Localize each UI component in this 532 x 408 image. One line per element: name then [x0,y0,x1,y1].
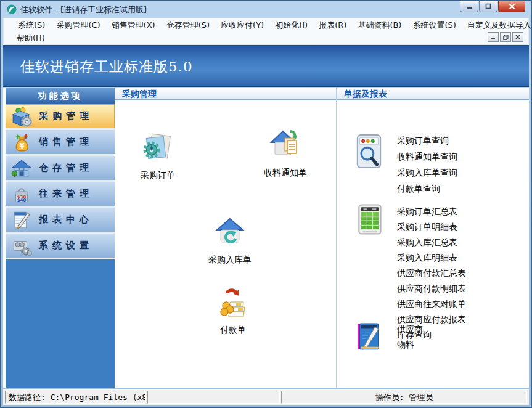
shortcut-purchase-order[interactable]: 采购订单 [126,131,190,181]
shortcut-payment[interactable]: 付款单 [201,285,265,336]
query-list: 采购订单查询 收料通知单查询 采购入库单查询 付款单查询 [397,133,457,197]
menu-help[interactable]: 帮助(H) [11,31,51,44]
green-report-table-icon[interactable] [358,204,383,236]
svg-text:$40: $40 [17,198,27,203]
menu-system[interactable]: 系统(S) [12,18,51,31]
maximize-restore-button[interactable] [479,1,497,12]
application-window: 佳软软件 - [进销存工业标准试用版] 系统(S) 采购管理(C) 销售管理(X… [0,0,532,408]
sidebar-item-warehouse[interactable]: 仓存管理 [6,156,115,182]
search-window-icon[interactable] [356,133,382,169]
list-item[interactable]: 供应商 [397,322,423,337]
mdi-minimize-button[interactable] [488,32,499,42]
menu-initialize[interactable]: 初始化(I) [269,18,313,31]
window-title: 佳软软件 - [进销存工业标准试用版] [20,4,147,15]
shortcut-purchase-inbound[interactable]: 采购入库单 [198,215,262,266]
list-item[interactable]: 采购订单查询 [397,133,457,149]
menu-purchase[interactable]: 采购管理(C) [51,18,105,31]
coins-banknotes-arrow-icon [217,285,249,317]
close-button[interactable] [498,1,525,12]
function-sidebar: 功能选项 采购管理 ¥ 销售管理 [6,88,115,388]
sidebar-header: 功能选项 [6,88,115,104]
sidebar-item-label: 报表中心 [39,214,93,226]
svg-text:¥: ¥ [19,141,24,150]
sidebar-item-label: 仓存管理 [39,162,93,174]
money-bag-icon: ¥ [11,132,32,153]
list-item[interactable]: 付款单查询 [397,181,457,197]
sidebar-item-sales[interactable]: ¥ 销售管理 [6,130,115,156]
app-banner-title: 佳软进销存工业标准版5.0 [20,57,193,76]
report-pen-icon [11,210,32,231]
right-section-header: 单据及报表 [337,88,529,100]
menu-base-data[interactable]: 基础资料(B) [352,18,407,31]
shortcut-receipt-notice[interactable]: 收料通知单 [253,128,317,179]
title-bar: 佳软软件 - [进销存工业标准试用版] [1,1,531,18]
list-item[interactable]: 物料 [397,337,423,353]
status-bar: 数据路径: C:\Program Files (x86 操作员: 管理员 [3,389,529,405]
minimize-button[interactable] [460,1,478,12]
list-item[interactable]: 供应商往来对账单 [397,296,466,312]
menu-bar: 系统(S) 采购管理(C) 销售管理(X) 仓存管理(S) 应收应付(Y) 初始… [3,18,529,45]
house-inbound-arrow-icon [214,215,246,247]
notebook-pen-icon[interactable] [357,322,380,352]
list-item[interactable]: 供应商付款汇总表 [397,266,466,281]
app-logo-icon [7,4,17,14]
shortcut-label: 采购入库单 [198,255,262,266]
mdi-close-button[interactable] [512,32,523,42]
menu-sales[interactable]: 销售管理(X) [106,18,161,31]
base-data-list: 供应商 物料 [397,322,423,353]
menu-warehouse[interactable]: 仓存管理(S) [161,18,215,31]
menu-reports[interactable]: 报表(R) [313,18,352,31]
main-panel: 采购管理 单据及报表 采购订单 [115,88,529,388]
app-banner: 佳软进销存工业标准版5.0 [3,45,529,87]
sidebar-item-system-settings[interactable]: 系统设置 [6,234,115,259]
mdi-restore-button[interactable] [500,32,511,42]
left-section-header: 采购管理 [115,88,336,100]
shortcut-label: 采购订单 [126,170,190,181]
sidebar-item-label: 销售管理 [39,136,93,148]
sidebar-item-report-center[interactable]: 报表中心 [6,208,115,234]
menu-custom-import-export[interactable]: 自定义及数据导入导出(H) [462,18,532,31]
order-document-gear-icon [142,131,174,163]
system-gears-icon [11,235,32,256]
sidebar-item-label: 采购管理 [39,110,93,122]
sidebar-item-purchase[interactable]: 采购管理 [6,104,115,130]
list-item[interactable]: 采购入库单查询 [397,165,457,181]
status-data-path: 数据路径: C:\Program Files (x86 [5,391,146,404]
status-operator: 操作员: 管理员 [281,391,527,404]
menu-receivable-payable[interactable]: 应收应付(Y) [215,18,269,31]
list-item[interactable]: 供应商付款明细表 [397,281,466,296]
section-divider [336,88,337,388]
list-item[interactable]: 收料通知单查询 [397,149,457,165]
list-item[interactable]: 采购订单汇总表 [397,204,466,219]
house-document-arrow-icon [269,128,301,160]
shopping-bag-icon: $30 $40 [11,184,32,205]
purchase-box-icon [11,106,32,127]
shortcut-label: 付款单 [201,325,265,336]
sidebar-item-label: 系统设置 [39,240,93,251]
status-empty-panel [147,391,280,404]
warehouse-icon [11,158,32,179]
sidebar-item-partners[interactable]: $30 $40 往来管理 [6,182,115,208]
list-item[interactable]: 采购订单明细表 [397,219,466,235]
menu-system-settings[interactable]: 系统设置(S) [407,18,461,31]
shortcut-label: 收料通知单 [253,168,317,179]
list-item[interactable]: 采购入库汇总表 [397,235,466,250]
sidebar-item-label: 往来管理 [39,188,93,200]
list-item[interactable]: 采购入库明细表 [397,250,466,266]
